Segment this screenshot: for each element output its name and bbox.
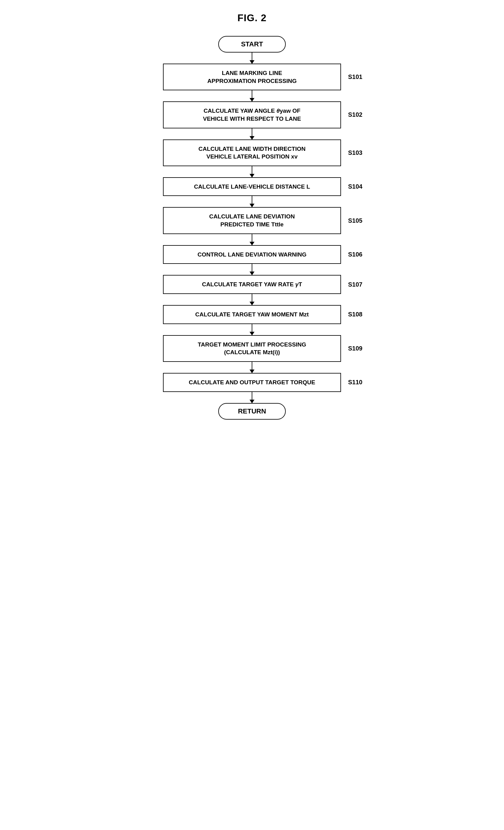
step-s104-box: CALCULATE LANE-VEHICLE DISTANCE L [163, 177, 341, 196]
step-s108-box: CALCULATE TARGET YAW MOMENT Mzt [163, 305, 341, 324]
arrow-5 [252, 234, 253, 245]
step-s110-box: CALCULATE AND OUTPUT TARGET TORQUE [163, 373, 341, 392]
step-s104-row: CALCULATE LANE-VEHICLE DISTANCE L S104 [126, 177, 378, 196]
step-s106-box: CONTROL LANE DEVIATION WARNING [163, 245, 341, 264]
step-s105-row: CALCULATE LANE DEVIATIONPREDICTED TIME T… [126, 207, 378, 234]
arrow-10 [252, 392, 253, 403]
start-terminal: START [218, 36, 286, 53]
step-s106-row: CONTROL LANE DEVIATION WARNING S106 [126, 245, 378, 264]
return-row: RETURN [126, 403, 378, 420]
return-terminal: RETURN [218, 403, 286, 420]
step-s110-row: CALCULATE AND OUTPUT TARGET TORQUE S110 [126, 373, 378, 392]
step-s110-label: S110 [348, 379, 363, 386]
step-s109-box: TARGET MOMENT LIMIT PROCESSING(CALCULATE… [163, 335, 341, 362]
step-s103-row: CALCULATE LANE WIDTH DIRECTIONVEHICLE LA… [126, 139, 378, 166]
step-s107-box: CALCULATE TARGET YAW RATE γT [163, 275, 341, 294]
arrow-3 [252, 166, 253, 177]
arrow-8 [252, 324, 253, 335]
step-s103-box: CALCULATE LANE WIDTH DIRECTIONVEHICLE LA… [163, 139, 341, 166]
arrow-6 [252, 264, 253, 275]
step-s103-label: S103 [348, 149, 363, 156]
figure-title: FIG. 2 [238, 12, 267, 24]
step-s107-label: S107 [348, 281, 363, 288]
step-s105-label: S105 [348, 217, 363, 224]
step-s102-row: CALCULATE YAW ANGLE θyaw OFVEHICLE WITH … [126, 101, 378, 128]
arrow-2 [252, 128, 253, 139]
step-s101-label: S101 [348, 73, 363, 81]
arrow-1 [252, 90, 253, 101]
arrow-0 [252, 53, 253, 64]
arrow-7 [252, 294, 253, 305]
step-s109-row: TARGET MOMENT LIMIT PROCESSING(CALCULATE… [126, 335, 378, 362]
arrow-4 [252, 196, 253, 207]
step-s102-box: CALCULATE YAW ANGLE θyaw OFVEHICLE WITH … [163, 101, 341, 128]
start-row: START [126, 36, 378, 53]
step-s104-label: S104 [348, 183, 363, 190]
page: FIG. 2 START LANE MARKING LINEAPPROXIMAT… [126, 12, 378, 420]
step-s108-label: S108 [348, 311, 363, 318]
flowchart: START LANE MARKING LINEAPPROXIMATION PRO… [126, 36, 378, 420]
step-s109-label: S109 [348, 345, 363, 352]
step-s101-row: LANE MARKING LINEAPPROXIMATION PROCESSIN… [126, 64, 378, 90]
step-s107-row: CALCULATE TARGET YAW RATE γT S107 [126, 275, 378, 294]
step-s106-label: S106 [348, 251, 363, 258]
step-s101-box: LANE MARKING LINEAPPROXIMATION PROCESSIN… [163, 64, 341, 90]
step-s102-label: S102 [348, 111, 363, 118]
step-s108-row: CALCULATE TARGET YAW MOMENT Mzt S108 [126, 305, 378, 324]
step-s105-box: CALCULATE LANE DEVIATIONPREDICTED TIME T… [163, 207, 341, 234]
arrow-9 [252, 362, 253, 373]
